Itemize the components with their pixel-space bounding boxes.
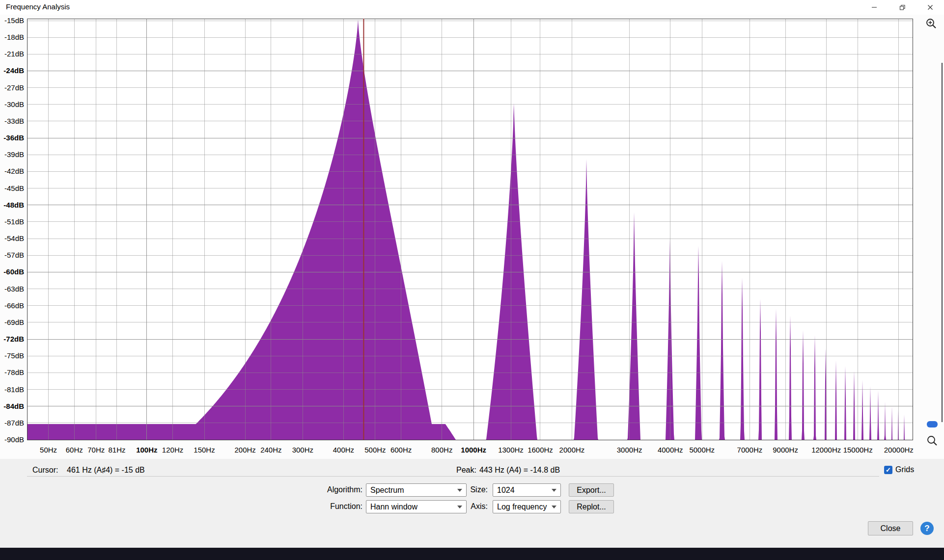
x-tick-label: 7000Hz [737,446,763,454]
y-tick-label: -42dB [4,167,24,175]
axis-value: Log frequency [493,503,548,511]
y-tick-label: -51dB [4,217,24,226]
x-tick-label: 60Hz [66,446,83,454]
y-tick-label: -15dB [4,16,24,25]
x-tick-label: 400Hz [333,446,354,454]
titlebar: Frequency Analysis [0,0,944,15]
x-tick-label: 15000Hz [843,446,873,454]
x-tick-label: 200Hz [234,446,255,454]
plot-background [27,19,913,440]
y-tick-label: -27dB [4,83,24,92]
x-tick-label: 300Hz [292,446,313,454]
y-tick-label: -24dB [3,66,24,75]
y-tick-label: -30dB [4,100,24,108]
peak-label: Peak: [456,466,476,475]
zoom-icon[interactable] [926,435,938,449]
grids-checkbox[interactable]: ✓ Grids [884,465,914,474]
size-label: Size: [444,485,488,494]
y-tick-label: -84dB [3,402,24,410]
cursor-label: Cursor: [32,466,58,475]
y-tick-label: -21dB [4,50,24,58]
y-tick-label: -48dB [3,201,24,209]
chevron-down-icon [548,506,560,508]
replot-button[interactable]: Replot... [569,500,614,513]
right-edge-scrollbar[interactable] [942,63,943,422]
function-value: Hann window [366,503,453,511]
x-tick-label: 100Hz [136,446,157,454]
algorithm-value: Spectrum [366,486,453,495]
x-tick-label: 20000Hz [884,446,914,454]
x-tick-label: 9000Hz [773,446,798,454]
y-tick-label: -72dB [3,335,24,343]
minimize-button[interactable] [860,0,888,15]
window-title: Frequency Analysis [6,2,70,11]
y-tick-label: -90dB [4,435,24,444]
checkbox-checked-icon: ✓ [884,466,892,474]
x-tick-label: 3000Hz [617,446,642,454]
spectrum-chart[interactable]: -15dB-18dB-21dB-24dB-27dB-30dB-33dB-36dB… [0,15,944,459]
algorithm-label: Algorithm: [304,485,362,494]
y-tick-label: -18dB [4,33,24,41]
x-tick-label: 150Hz [194,446,215,454]
close-icon [927,4,933,10]
frequency-analysis-window: Frequency Analysis -15dB-18dB-21dB-24dB-… [0,0,944,560]
y-tick-label: -36dB [3,133,24,142]
x-tick-label: 600Hz [390,446,412,454]
y-tick-label: -33dB [4,117,24,125]
size-select[interactable]: 1024 [493,483,561,497]
y-tick-label: -87dB [4,419,24,427]
export-button[interactable]: Export... [569,483,614,497]
status-separator [27,463,879,477]
x-tick-label: 240Hz [260,446,281,454]
maximize-restore-button[interactable] [888,0,916,15]
y-tick-label: -63dB [4,285,24,293]
y-tick-label: -57dB [4,251,24,259]
plot-zone: -15dB-18dB-21dB-24dB-27dB-30dB-33dB-36dB… [0,15,944,459]
grids-label: Grids [895,465,914,474]
x-tick-label: 70Hz [87,446,105,454]
x-tick-label: 4000Hz [658,446,683,454]
x-tick-label: 12000Hz [811,446,841,454]
y-tick-label: -81dB [4,385,24,394]
y-tick-label: -69dB [4,318,24,326]
function-label: Function: [304,502,362,511]
x-tick-label: 120Hz [162,446,183,454]
x-tick-label: 1600Hz [528,446,553,454]
size-value: 1024 [493,486,548,495]
x-tick-label: 500Hz [364,446,386,454]
y-tick-label: -39dB [4,150,24,159]
y-tick-label: -60dB [3,267,24,276]
taskbar-strip [0,548,944,560]
y-tick-label: -75dB [4,351,24,360]
y-tick-label: -45dB [4,184,24,192]
x-tick-label: 81Hz [108,446,125,454]
x-tick-label: 5000Hz [689,446,715,454]
y-tick-label: -66dB [4,301,24,310]
minimize-icon [871,4,877,10]
close-window-button[interactable] [916,0,944,15]
axis-label: Axis: [444,502,488,511]
titlebar-buttons [860,0,944,15]
chevron-down-icon [548,489,560,492]
x-tick-label: 1000Hz [461,446,486,454]
restore-icon [899,4,905,10]
cursor-value: 461 Hz (A♯4) = -15 dB [67,466,145,475]
x-tick-label: 1300Hz [498,446,524,454]
y-tick-label: -78dB [4,368,24,376]
close-button[interactable]: Close [868,521,913,535]
help-button[interactable]: ? [920,522,934,535]
blue-badge-icon [927,421,938,427]
x-tick-label: 2000Hz [559,446,585,454]
zoom-in-icon[interactable] [925,18,937,31]
peak-value: 443 Hz (A4) = -14.8 dB [479,466,560,475]
y-tick-label: -54dB [4,234,24,242]
x-tick-label: 800Hz [431,446,452,454]
x-tick-label: 50Hz [40,446,57,454]
axis-select[interactable]: Log frequency [493,500,561,513]
